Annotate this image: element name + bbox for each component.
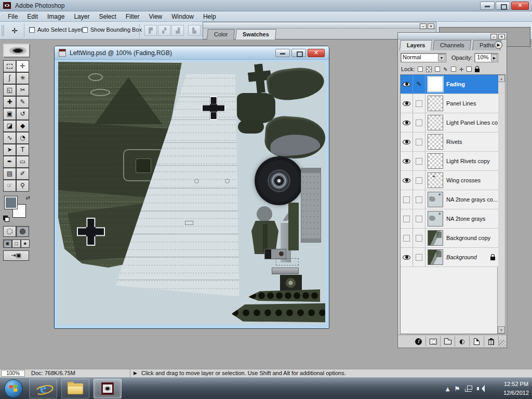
auto-select-layer-checkbox[interactable]: Auto Select Layer [29,26,83,33]
dropdown-arrow-icon[interactable]: ▼ [438,54,445,61]
default-colors-icon[interactable] [3,216,9,222]
standard-mode-button[interactable] [3,226,16,237]
layer-row-background[interactable]: Background [401,248,498,267]
network-icon[interactable] [465,385,472,392]
delete-layer-button[interactable] [484,336,499,347]
layer-thumbnail[interactable] [428,115,443,130]
doc-close-button[interactable] [308,49,325,57]
layer-row-na-2tone-grays[interactable]: NA 2tone grays [401,209,498,229]
rectangle-tool[interactable]: ▭ [16,156,29,168]
doc-maximize-button[interactable] [291,49,306,57]
jump-to-imageready-button[interactable]: ⇥▣ [3,250,29,261]
visibility-toggle[interactable] [401,94,413,113]
visibility-toggle[interactable] [401,132,413,152]
link-paint-cell[interactable] [413,152,425,171]
link-paint-cell[interactable] [413,209,425,229]
menu-filter[interactable]: Filter [121,12,144,21]
menu-image[interactable]: Image [43,12,69,21]
layers-close-icon[interactable]: × [498,34,505,39]
visibility-toggle[interactable] [401,209,413,229]
link-paint-cell[interactable] [413,190,425,209]
layer-row-rivets[interactable]: Rivets [401,132,498,152]
menu-file[interactable]: File [3,12,22,21]
link-paint-cell[interactable] [413,113,425,132]
taskbar-internet-explorer[interactable]: e [29,379,57,398]
blend-mode-select[interactable]: Normal ▼ [401,53,446,62]
action-center-flag-icon[interactable]: ⚑ [454,385,460,393]
lock-image-checkbox[interactable] [435,66,440,72]
lock-transparency-checkbox[interactable] [418,66,423,72]
clone-stamp-tool[interactable]: ▣ [3,108,16,120]
new-layer-set-button[interactable] [441,336,455,347]
magic-wand-tool[interactable]: ✳ [16,72,29,84]
lasso-tool[interactable]: ʃ [3,72,16,84]
rectangular-marquee-tool[interactable] [3,60,16,72]
layer-row-panel-lines[interactable]: Panel Lines [401,94,498,113]
history-brush-tool[interactable]: ↺ [16,108,29,120]
link-paint-cell[interactable] [413,132,425,152]
layer-thumbnail[interactable] [428,172,443,188]
standard-screen-button[interactable]: ▣ [3,240,12,248]
new-layer-button[interactable] [470,336,484,347]
document-titlebar[interactable]: LeftWing.psd @ 100% (Fading,RGB) [55,46,329,60]
visibility-toggle[interactable] [401,229,413,248]
status-menu-arrow-icon[interactable]: ▶ [134,370,137,376]
layer-thumbnail[interactable] [428,153,443,169]
quick-mask-mode-button[interactable] [16,226,29,237]
layer-thumbnail[interactable] [428,211,443,227]
palette-minimize-icon[interactable]: – [420,23,427,29]
scroll-down-icon[interactable]: ▼ [498,326,505,334]
palette-resize-grip[interactable] [499,340,506,347]
menu-select[interactable]: Select [94,12,121,21]
fullscreen-menubar-button[interactable]: ▢ [12,240,21,248]
zoom-tool[interactable]: ⚲ [16,180,29,192]
path-selection-tool[interactable]: ➤ [3,144,16,156]
new-adjustment-layer-button[interactable]: ◐ [455,336,470,347]
menu-window[interactable]: Window [167,12,198,21]
visibility-toggle[interactable] [401,113,413,132]
layer-thumbnail[interactable] [428,249,443,265]
app-titlebar[interactable]: Adobe Photoshop [0,0,532,11]
align-group2-button-1[interactable]: ▙ [188,25,201,36]
menu-layer[interactable]: Layer [69,12,94,21]
add-layer-style-button[interactable]: f [411,336,426,347]
healing-brush-tool[interactable]: ✚ [3,96,16,108]
tab-channels[interactable]: Channels [433,40,472,50]
align-group1-button-1[interactable]: ▛ [144,25,157,36]
document-canvas[interactable] [58,62,325,325]
align-group1-button-3[interactable]: ▟ [171,25,184,36]
layers-minimize-icon[interactable]: – [490,34,497,39]
lock-position-checkbox[interactable] [451,66,456,72]
checkbox-box[interactable] [29,27,35,33]
taskbar-photoshop[interactable] [94,379,122,398]
visibility-toggle[interactable] [401,171,413,190]
menu-view[interactable]: View [144,12,167,21]
visibility-toggle[interactable] [401,248,413,267]
tab-swatches[interactable]: Swatches [235,29,276,39]
link-paint-cell[interactable] [413,248,425,267]
brush-tool[interactable]: ✎ [16,96,29,108]
layer-thumbnail[interactable] [428,230,443,246]
minimize-button[interactable] [480,2,495,10]
doc-minimize-button[interactable] [275,49,290,57]
layer-row-fading[interactable]: ✎Fading [401,75,498,94]
checkbox-box[interactable] [82,27,88,33]
layer-thumbnail[interactable] [428,134,443,150]
move-tool[interactable]: ✛ [16,60,29,72]
link-paint-cell[interactable] [413,94,425,113]
align-group1-button-2[interactable]: ▞ [158,25,170,36]
tab-layers[interactable]: Layers [400,40,433,50]
fullscreen-button[interactable]: ■ [21,240,30,248]
layer-row-na-2tone-grays-co[interactable]: NA 2tone grays co... [401,190,498,209]
link-paint-cell[interactable] [413,229,425,248]
slice-tool[interactable]: ✂ [16,84,29,96]
close-button[interactable] [511,2,529,10]
palette-menu-icon[interactable]: ▶ [495,41,502,49]
crop-tool[interactable]: ◱ [3,84,16,96]
show-bounding-box-checkbox[interactable]: Show Bounding Box [82,26,142,33]
paint-bucket-tool[interactable]: ◆ [16,120,29,132]
notes-tool[interactable]: ▤ [3,168,16,180]
hand-tool[interactable]: ☞ [3,180,16,192]
volume-icon[interactable] [477,385,486,392]
add-layer-mask-button[interactable] [426,336,441,347]
